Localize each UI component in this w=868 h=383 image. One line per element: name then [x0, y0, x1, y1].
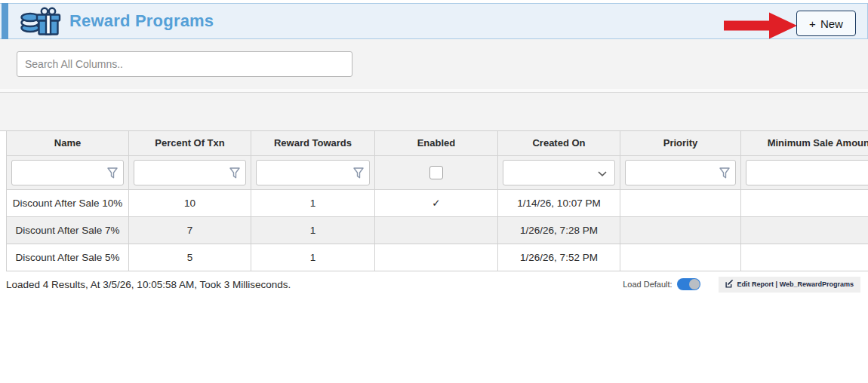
column-header-enabled[interactable]: Enabled — [375, 131, 498, 155]
rewards-gift-coins-icon — [20, 6, 63, 36]
cell-created-on: 1/26/26, 7:52 PM — [498, 244, 620, 271]
column-header-minimum-sale-amount[interactable]: Minimum Sale Amount — [741, 131, 868, 155]
cell-enabled — [375, 244, 498, 271]
new-button-label: New — [820, 17, 843, 30]
column-header-name[interactable]: Name — [7, 131, 129, 155]
filter-funnel-icon[interactable] — [719, 167, 730, 182]
column-header-priority[interactable]: Priority — [620, 131, 741, 155]
toolbar-band — [0, 92, 868, 131]
cell-priority — [620, 189, 741, 216]
cell-enabled: ✓ — [375, 189, 498, 216]
filter-cell-reward-towards — [251, 155, 375, 189]
cell-percent-of-txn: 5 — [129, 244, 251, 271]
plus-icon: + — [809, 17, 816, 30]
filter-funnel-icon[interactable] — [107, 167, 118, 182]
filter-cell-name — [7, 155, 129, 189]
cell-reward-towards: 1 — [251, 216, 375, 244]
edit-pencil-icon — [725, 280, 734, 290]
cell-reward-towards: 1 — [251, 189, 375, 216]
created-on-filter-select[interactable] — [503, 160, 615, 185]
cell-name: Discount After Sale 10% — [7, 189, 129, 216]
filter-funnel-icon[interactable] — [353, 167, 364, 182]
cell-enabled — [375, 216, 498, 244]
search-input[interactable] — [17, 51, 352, 77]
filter-cell-created-on — [498, 155, 620, 189]
header-row: NamePercent Of TxnReward TowardsEnabledC… — [7, 131, 868, 155]
cell-percent-of-txn: 10 — [129, 189, 251, 216]
toggle-knob — [689, 279, 700, 290]
load-default-label: Load Default: — [623, 280, 672, 289]
grid-footer: Loaded 4 Results, At 3/5/26, 10:05:58 AM… — [0, 271, 868, 293]
reward-programs-table: NamePercent Of TxnReward TowardsEnabledC… — [6, 131, 868, 271]
cell-name: Discount After Sale 7% — [7, 216, 129, 244]
column-header-created-on[interactable]: Created On — [498, 131, 620, 155]
cell-minimum-sale-amount — [741, 189, 868, 216]
table-body: Discount After Sale 10%101✓1/14/26, 10:0… — [7, 189, 868, 271]
cell-minimum-sale-amount — [741, 244, 868, 271]
edit-report-link[interactable]: Edit Report | Web_RewardPrograms — [719, 277, 860, 293]
cell-name: Discount After Sale 5% — [7, 244, 129, 271]
cell-created-on: 1/26/26, 7:28 PM — [498, 216, 620, 244]
table-row[interactable]: Discount After Sale 5%511/26/26, 7:52 PM — [7, 244, 868, 271]
cell-percent-of-txn: 7 — [129, 216, 251, 244]
filter-cell-priority — [620, 155, 741, 189]
page-header: Reward Programs + New — [0, 3, 868, 39]
header-accent-bar — [2, 3, 8, 39]
cell-created-on: 1/14/26, 10:07 PM — [498, 189, 620, 216]
page-title: Reward Programs — [69, 11, 214, 31]
cell-reward-towards: 1 — [251, 244, 375, 271]
table-row[interactable]: Discount After Sale 7%711/26/26, 7:28 PM — [7, 216, 868, 244]
red-arrow-annotation — [724, 11, 799, 43]
column-header-reward-towards[interactable]: Reward Towards — [251, 131, 375, 155]
cell-minimum-sale-amount — [741, 216, 868, 244]
load-default-toggle[interactable] — [677, 278, 700, 290]
filter-funnel-icon[interactable] — [229, 167, 240, 182]
enabled-filter-checkbox[interactable] — [429, 166, 443, 179]
filter-cell-enabled — [375, 155, 498, 189]
table-row[interactable]: Discount After Sale 10%101✓1/14/26, 10:0… — [7, 189, 868, 216]
grid-container: NamePercent Of TxnReward TowardsEnabledC… — [6, 131, 868, 271]
search-section — [0, 39, 868, 89]
cell-priority — [620, 216, 741, 244]
minimum-sale-amount-filter-input[interactable] — [746, 160, 868, 185]
table-head: NamePercent Of TxnReward TowardsEnabledC… — [7, 131, 868, 189]
filter-row — [7, 155, 868, 189]
filter-cell-minimum-sale-amount — [741, 155, 868, 189]
filter-cell-percent-of-txn — [129, 155, 251, 189]
column-header-percent-of-txn[interactable]: Percent Of Txn — [129, 131, 251, 155]
chevron-down-icon — [598, 166, 607, 179]
new-button[interactable]: + New — [796, 11, 856, 36]
edit-report-label: Edit Report | Web_RewardPrograms — [737, 280, 854, 288]
cell-priority — [620, 244, 741, 271]
status-text: Loaded 4 Results, At 3/5/26, 10:05:58 AM… — [6, 279, 623, 290]
